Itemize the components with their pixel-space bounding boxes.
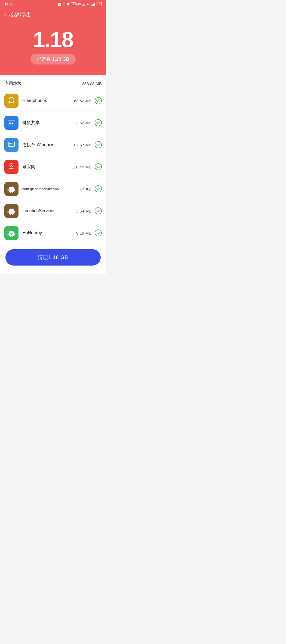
svg-rect-32 xyxy=(14,189,16,191)
list-item[interactable]: Headphones 63.52 MB xyxy=(4,90,102,112)
check-icon[interactable] xyxy=(95,141,102,148)
svg-rect-16 xyxy=(9,123,11,124)
list-item[interactable]: ¥ 藏宝阁 110.49 MB xyxy=(4,156,102,178)
app-size: 110.49 MB xyxy=(72,165,91,169)
app-icon-dpm xyxy=(4,182,19,196)
svg-rect-31 xyxy=(8,189,9,191)
app-icon-nearby xyxy=(4,226,19,240)
keyboard-icon xyxy=(7,118,16,127)
total-size-number: 1.18 xyxy=(0,29,106,51)
svg-rect-5 xyxy=(92,4,93,6)
android-icon xyxy=(7,184,16,193)
app-size: 63.52 MB xyxy=(74,98,91,103)
app-name: LocationServices xyxy=(22,208,76,213)
app-name: 连接至 Windows xyxy=(22,142,72,148)
svg-rect-15 xyxy=(12,122,13,122)
svg-rect-38 xyxy=(8,211,9,213)
bluetooth-icon xyxy=(62,2,66,6)
svg-rect-39 xyxy=(14,211,16,213)
app-size: 102.67 MB xyxy=(72,143,91,147)
list-item[interactable]: 键鼠共享 3.62 MB xyxy=(4,112,102,134)
app-list: Headphones 63.52 MB 键鼠共享 xyxy=(0,90,106,244)
app-size: 9.18 MB xyxy=(76,231,91,235)
list-item[interactable]: LocationServices 3.54 MB xyxy=(4,200,102,222)
status-icons: HD 4G 4G 57 xyxy=(58,2,102,6)
treasure-icon: ¥ xyxy=(7,162,16,171)
hd-badge: HD xyxy=(71,2,76,6)
svg-rect-43 xyxy=(8,233,9,235)
svg-rect-2 xyxy=(84,4,84,6)
4g-label: 4G xyxy=(77,3,81,6)
content-area: 应用垃圾 333.08 MB Headphones 63.52 MB xyxy=(0,75,106,244)
nfc-icon xyxy=(58,2,61,6)
check-icon[interactable] xyxy=(95,119,102,126)
svg-rect-12 xyxy=(8,121,15,125)
page-header: ‹ 垃圾清理 xyxy=(0,8,106,23)
svg-point-11 xyxy=(95,97,102,104)
svg-rect-44 xyxy=(14,233,16,235)
svg-rect-46 xyxy=(11,233,12,234)
app-icon-treasure: ¥ xyxy=(4,160,19,174)
section-title: 应用垃圾 xyxy=(4,81,22,87)
svg-point-25 xyxy=(95,141,102,148)
svg-rect-1 xyxy=(83,4,84,6)
svg-rect-14 xyxy=(10,122,11,122)
app-icon-headphones xyxy=(4,94,19,108)
app-name: com.qti.dpmserviceapp xyxy=(22,187,80,191)
check-icon[interactable] xyxy=(95,163,102,170)
svg-point-47 xyxy=(95,230,102,236)
status-bar: 13:36 HD 4G 4G 57 xyxy=(0,0,106,8)
svg-rect-4 xyxy=(91,5,92,6)
svg-point-35 xyxy=(95,186,102,192)
app-name: Headphones xyxy=(22,98,74,103)
svg-point-18 xyxy=(95,119,102,126)
app-size: 3.54 MB xyxy=(76,209,91,213)
android2-icon xyxy=(7,206,16,215)
app-size: 3.62 MB xyxy=(76,121,91,125)
list-item[interactable]: HnNearby 9.18 MB xyxy=(4,222,102,244)
clean-button[interactable]: 清理1.18 GB xyxy=(5,249,101,266)
status-time: 13:36 xyxy=(4,2,13,6)
signal2-icon xyxy=(91,2,96,6)
hero-section: 1.18 已选择 1.18 GB xyxy=(0,23,106,75)
4g2-label: 4G xyxy=(87,3,91,6)
section-header: 应用垃圾 333.08 MB xyxy=(0,75,106,90)
svg-rect-6 xyxy=(93,4,94,6)
headphones-icon xyxy=(7,96,16,105)
check-icon[interactable] xyxy=(95,207,102,214)
windows-connect-icon xyxy=(7,141,16,149)
nearby-icon xyxy=(7,228,16,238)
svg-rect-23 xyxy=(11,143,13,144)
app-icon-keyboard xyxy=(4,116,19,130)
svg-rect-22 xyxy=(10,143,11,144)
svg-rect-0 xyxy=(82,5,83,6)
svg-rect-3 xyxy=(85,3,85,6)
app-icon-location xyxy=(4,204,19,218)
selected-badge: 已选择 1.18 GB xyxy=(30,54,76,64)
svg-rect-24 xyxy=(11,144,13,144)
app-icon-windows xyxy=(4,138,19,152)
bottom-area: 清理1.18 GB xyxy=(0,244,106,274)
list-item[interactable]: 连接至 Windows 102.67 MB xyxy=(4,134,102,156)
check-icon[interactable] xyxy=(95,185,102,192)
check-icon[interactable] xyxy=(95,229,102,236)
svg-text:¥: ¥ xyxy=(11,164,12,167)
check-icon[interactable] xyxy=(95,97,102,104)
svg-rect-10 xyxy=(13,101,14,103)
app-name: HnNearby xyxy=(22,230,76,235)
svg-point-8 xyxy=(9,97,14,102)
app-name: 藏宝阁 xyxy=(22,164,72,170)
signal-icon xyxy=(82,2,86,6)
section-total-size: 333.08 MB xyxy=(82,81,102,86)
back-button[interactable]: ‹ xyxy=(4,11,6,17)
svg-point-28 xyxy=(95,164,102,170)
battery-level: 57 xyxy=(97,2,102,6)
wifi-icon xyxy=(66,2,70,6)
app-size: 84 KB xyxy=(80,187,91,191)
svg-rect-13 xyxy=(9,122,10,122)
page-title: 垃圾清理 xyxy=(9,11,30,18)
svg-rect-7 xyxy=(94,3,95,6)
svg-rect-17 xyxy=(12,123,13,124)
list-item[interactable]: com.qti.dpmserviceapp 84 KB xyxy=(4,178,102,200)
svg-point-40 xyxy=(95,208,102,214)
